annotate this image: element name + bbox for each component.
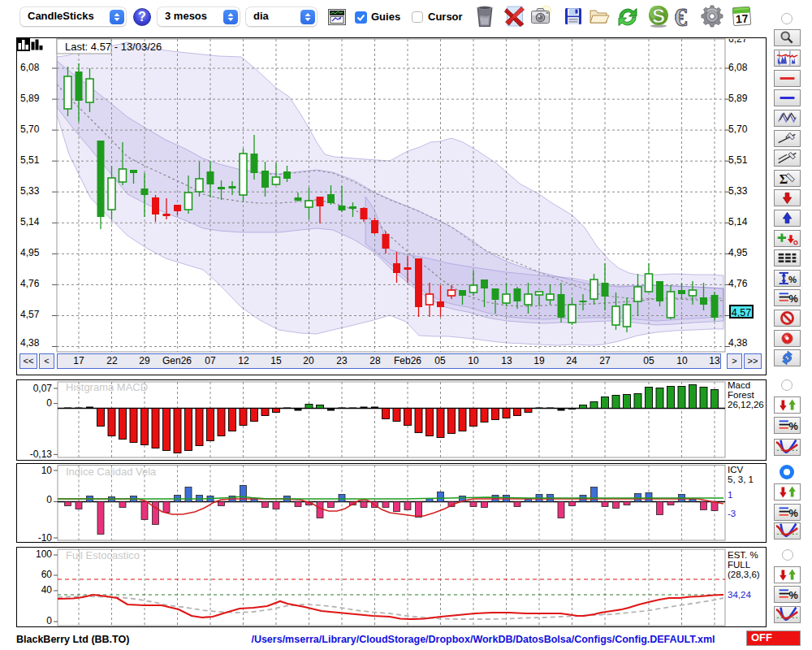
svg-text:%: % [788,421,797,432]
svg-text:Histgrama MACD: Histgrama MACD [66,381,148,393]
svg-text:Σ: Σ [780,172,788,186]
svg-text:%: % [788,275,797,284]
svg-text:%: % [788,590,797,601]
svg-text:17: 17 [735,11,749,25]
svg-text:%: % [788,293,797,305]
svg-text:€: € [675,5,687,29]
svg-text:Full Estocastico: Full Estocastico [66,549,140,561]
svg-text:Indice Calidad Vela: Indice Calidad Vela [66,466,157,478]
svg-text:S: S [652,5,665,27]
svg-text:%: % [788,508,797,519]
svg-text:Last: 4.57 - 13/03/26: Last: 4.57 - 13/03/26 [65,41,162,53]
